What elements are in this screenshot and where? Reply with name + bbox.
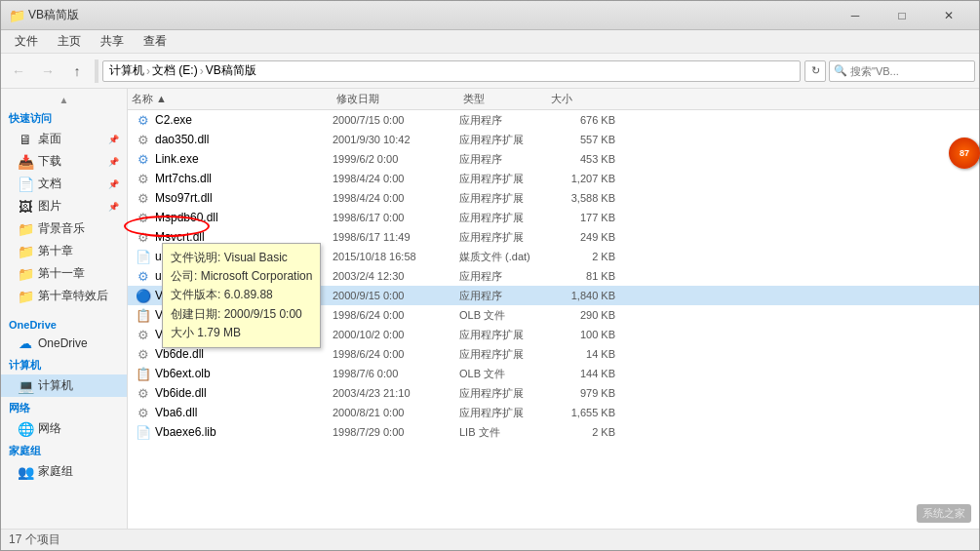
file-row[interactable]: ⚙ Mso97rt.dll 1998/4/24 0:00 应用程序扩展 3,58… — [128, 188, 979, 208]
file-name: Vb6de.dll — [155, 347, 204, 361]
file-date: 1998/6/17 11:49 — [333, 231, 459, 243]
file-row[interactable]: 📋 Vb6ext.olb 1998/7/6 0:00 OLB 文件 144 KB — [128, 364, 979, 383]
file-type: 应用程序扩展 — [459, 406, 547, 420]
breadcrumb-root[interactable]: 计算机 — [109, 62, 144, 79]
sidebar-item-ch11[interactable]: 📁 第十一章 — [1, 262, 127, 285]
col-header-size[interactable]: 大小 — [547, 89, 625, 109]
onedrive-header[interactable]: OneDrive — [1, 315, 127, 333]
file-row[interactable]: 📋 Vb6.dll 1998/6/24 0:00 OLB 文件 290 KB — [128, 305, 979, 325]
sidebar-item-homegroup[interactable]: 👥 家庭组 — [1, 460, 127, 483]
file-type: 应用程序扩展 — [459, 347, 547, 362]
search-icon: 🔍 — [834, 64, 847, 77]
file-icon: ⚙ — [136, 327, 151, 342]
homegroup-header[interactable]: 家庭组 — [1, 440, 127, 460]
file-row[interactable]: ⚙ C2.exe 2000/7/15 0:00 应用程序 676 KB — [128, 110, 979, 130]
sidebar-item-ch10[interactable]: 📁 第十章 — [1, 240, 127, 262]
sidebar-item-bgmusic[interactable]: 📁 背景音乐 — [1, 217, 127, 240]
file-row[interactable]: ⚙ Vba6.dll 2000/8/21 0:00 应用程序扩展 1,655 K… — [128, 403, 979, 422]
sidebar-item-pictures[interactable]: 🖼 图片 📌 — [1, 195, 127, 217]
homegroup-icon: 👥 — [17, 464, 34, 480]
file-row[interactable]: ⚙ Msvcrt.dll 1998/6/17 11:49 应用程序扩展 249 … — [128, 227, 979, 247]
deco-badge-text: 87 — [960, 148, 969, 158]
network-header[interactable]: 网络 — [1, 397, 127, 417]
menu-share[interactable]: 共享 — [91, 31, 134, 52]
file-row[interactable]: ⚙ Vb6chs.dll 2000/10/2 0:00 应用程序扩展 100 K… — [128, 325, 979, 344]
file-icon: ⚙ — [136, 190, 151, 206]
file-type: LIB 文件 — [459, 425, 547, 440]
file-name-cell: ⚙ Mrt7chs.dll — [128, 171, 333, 186]
file-row[interactable]: ⚙ unins000.exe 2003/2/4 12:30 应用程序 81 KB — [128, 266, 979, 286]
file-name: Mspdb60.dll — [155, 211, 218, 224]
main-content: ▲ 快速访问 🖥 桌面 📌 📥 下载 📌 📄 文档 📌 🖼 图片 📌 — [1, 89, 979, 529]
file-name: unins000.exe — [155, 269, 224, 283]
up-button[interactable]: ↑ — [63, 58, 91, 85]
file-name: Vb6chs.dll — [155, 328, 209, 341]
file-row[interactable]: 📄 Vbaexe6.lib 1998/7/29 0:00 LIB 文件 2 KB — [128, 422, 979, 442]
sidebar-label-documents: 文档 — [38, 176, 61, 192]
breadcrumb[interactable]: 计算机 › 文档 (E:) › VB稿简版 — [102, 60, 801, 82]
sidebar-item-computer[interactable]: 💻 计算机 — [1, 374, 127, 397]
file-rows: ⚙ C2.exe 2000/7/15 0:00 应用程序 676 KB ⚙ da… — [128, 110, 979, 442]
file-row[interactable]: ⚙ Vb6ide.dll 2003/4/23 21:10 应用程序扩展 979 … — [128, 383, 979, 403]
file-size: 14 KB — [547, 348, 625, 360]
file-row[interactable]: ⚙ Link.exe 1999/6/2 0:00 应用程序 453 KB — [128, 149, 979, 169]
downloads-icon: 📥 — [17, 154, 34, 170]
col-header-date[interactable]: 修改日期 — [333, 89, 459, 109]
computer-icon: 💻 — [17, 378, 34, 394]
sidebar-item-network[interactable]: 🌐 网络 — [1, 417, 127, 440]
file-type: 应用程序扩展 — [459, 328, 547, 342]
back-button[interactable]: ← — [5, 58, 32, 85]
file-size: 1,655 KB — [547, 407, 625, 418]
col-header-name[interactable]: 名称 ▲ — [128, 89, 333, 109]
file-type: 媒质文件 (.dat) — [459, 250, 547, 264]
file-row[interactable]: ⚙ dao350.dll 2001/9/30 10:42 应用程序扩展 557 … — [128, 130, 979, 149]
main-window: 📁 VB稿简版 ─ □ ✕ 文件 主页 共享 查看 ← → ↑ 计算机 › 文档… — [0, 0, 980, 551]
forward-button[interactable]: → — [34, 58, 61, 85]
file-name-cell: ⚙ Mso97rt.dll — [128, 190, 333, 206]
file-name: unins000.dat — [155, 250, 222, 263]
file-date: 2015/10/18 16:58 — [333, 251, 459, 262]
file-name-cell: ⚙ dao350.dll — [128, 132, 333, 147]
file-row[interactable]: ⚙ Mspdb60.dll 1998/6/17 0:00 应用程序扩展 177 … — [128, 208, 979, 227]
sidebar-label-homegroup: 家庭组 — [38, 463, 73, 480]
file-date: 2003/2/4 12:30 — [333, 270, 459, 282]
sidebar-item-desktop[interactable]: 🖥 桌面 📌 — [1, 128, 127, 150]
maximize-button[interactable]: □ — [880, 1, 924, 30]
refresh-button[interactable]: ↻ — [804, 60, 826, 82]
menu-view[interactable]: 查看 — [134, 31, 176, 52]
file-row[interactable]: 🔵 Vb6.exe 2000/9/15 0:00 应用程序 1,840 KB — [128, 286, 979, 305]
network-icon: 🌐 — [17, 421, 34, 437]
sidebar-item-documents[interactable]: 📄 文档 📌 — [1, 173, 127, 195]
window-icon: 📁 — [9, 8, 24, 23]
file-row[interactable]: 📄 unins000.dat 2015/10/18 16:58 媒质文件 (.d… — [128, 247, 979, 266]
breadcrumb-current[interactable]: VB稿简版 — [206, 62, 256, 79]
search-input[interactable] — [850, 65, 970, 77]
pictures-icon: 🖼 — [17, 199, 34, 215]
sidebar-item-onedrive[interactable]: ☁ OneDrive — [1, 333, 127, 354]
toolbar: ← → ↑ 计算机 › 文档 (E:) › VB稿简版 ↻ 🔍 — [1, 54, 979, 89]
sidebar-item-ch10fx[interactable]: 📁 第十章特效后 — [1, 285, 127, 307]
file-date: 1998/4/24 0:00 — [333, 173, 459, 184]
col-header-type[interactable]: 类型 — [459, 89, 547, 109]
file-type: 应用程序扩展 — [459, 386, 547, 401]
menu-file[interactable]: 文件 — [5, 31, 48, 52]
minimize-button[interactable]: ─ — [833, 1, 878, 30]
menu-home[interactable]: 主页 — [48, 31, 91, 52]
sidebar-item-downloads[interactable]: 📥 下载 📌 — [1, 150, 127, 173]
file-type: 应用程序扩展 — [459, 172, 547, 186]
file-date: 1998/4/24 0:00 — [333, 192, 459, 204]
file-type: 应用程序 — [459, 113, 547, 128]
pin-icon-desktop: 📌 — [108, 135, 119, 144]
quick-access-header[interactable]: 快速访问 — [1, 107, 127, 128]
file-icon: ⚙ — [136, 151, 151, 167]
close-button[interactable]: ✕ — [926, 1, 971, 30]
computer-header[interactable]: 计算机 — [1, 354, 127, 374]
title-bar: 📁 VB稿简版 ─ □ ✕ — [1, 1, 979, 30]
file-row[interactable]: ⚙ Mrt7chs.dll 1998/4/24 0:00 应用程序扩展 1,20… — [128, 169, 979, 188]
file-type: 应用程序扩展 — [459, 230, 547, 245]
breadcrumb-drive[interactable]: 文档 (E:) — [152, 62, 198, 79]
file-row[interactable]: ⚙ Vb6de.dll 1998/6/24 0:00 应用程序扩展 14 KB — [128, 344, 979, 364]
file-name: C2.exe — [155, 113, 192, 127]
file-icon: 📋 — [136, 307, 151, 323]
sidebar-label-ch11: 第十一章 — [38, 265, 85, 282]
